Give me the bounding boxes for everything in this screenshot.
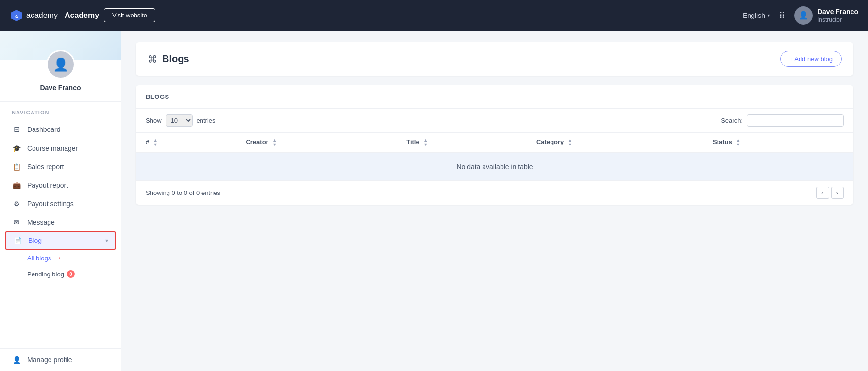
user-info: Dave Franco Instructor [818,7,858,23]
main-content: ⌘ Blogs + Add new blog BLOGS Show 10 25 … [121,31,868,371]
all-blogs-label: All blogs [27,255,51,262]
nav-section-label: NAVIGATION [0,102,121,119]
sidebar-item-sales-report[interactable]: 📋 Sales report [0,158,121,176]
sidebar-item-payout-report[interactable]: 💼 Payout report [0,176,121,194]
chevron-down-icon: ▾ [768,13,770,18]
blogs-table: # ▲▼ Creator ▲▼ Title ▲▼ Category [136,133,853,180]
table-controls: Show 10 25 50 100 entries Search: [136,109,853,133]
col-category-label: Category [536,138,564,145]
page-title-icon: ⌘ [148,53,157,65]
sidebar-profile: 👤 Dave Franco [0,31,121,102]
search-label: Search: [721,117,743,124]
sidebar-subitem-pending-blog[interactable]: Pending blog 0 [27,266,121,282]
blog-icon: 📄 [13,237,22,244]
chevron-down-icon: ▾ [105,237,108,244]
sort-icon: ▲▼ [568,138,572,147]
sidebar-item-course-manager[interactable]: 🎓 Course manager [0,139,121,158]
user-menu[interactable]: 👤 Dave Franco Instructor [794,6,858,25]
blogs-table-container: BLOGS Show 10 25 50 100 entries Search: [136,85,853,205]
payout-settings-icon: ⚙ [12,200,21,208]
language-selector[interactable]: English ▾ [743,12,770,19]
empty-row: No data available in table [136,153,853,180]
avatar: 👤 [794,6,813,25]
empty-message: No data available in table [136,153,853,180]
table-body: No data available in table [136,153,853,180]
sort-icon: ▲▼ [736,138,740,147]
search-box: Search: [721,114,844,127]
sidebar-item-message[interactable]: ✉ Message [0,213,121,231]
sort-icon: ▲▼ [423,138,428,147]
col-hash[interactable]: # ▲▼ [136,133,236,153]
col-status-label: Status [713,138,732,145]
page-header: ⌘ Blogs + Add new blog [136,42,853,76]
col-title-label: Title [406,138,419,145]
sidebar-item-payout-settings[interactable]: ⚙ Payout settings [0,194,121,213]
top-navbar: a academy Academy Visit website English … [0,0,868,31]
sidebar-item-label: Sales report [27,163,109,171]
blog-submenu: All blogs ← Pending blog 0 [0,250,121,282]
manage-profile-icon: 👤 [12,356,21,364]
col-creator-label: Creator [246,138,268,145]
svg-text:a: a [15,13,18,19]
page-title-row: ⌘ Blogs [148,53,189,65]
show-label: Show [146,117,162,124]
sidebar-item-manage-profile[interactable]: 👤 Manage profile [0,351,121,369]
entries-label: entries [197,117,216,124]
navbar-logo: a academy [10,9,58,22]
sidebar-item-dashboard[interactable]: ⊞ Dashboard [0,119,121,139]
page-title: Blogs [162,53,189,65]
table-head: # ▲▼ Creator ▲▼ Title ▲▼ Category [136,133,853,153]
sales-report-icon: 📋 [12,163,21,171]
dashboard-icon: ⊞ [12,125,21,134]
table-footer: Showing 0 to 0 of 0 entries ‹ › [136,180,853,205]
sidebar-item-label: Message [27,218,109,226]
entries-per-page-select[interactable]: 10 25 50 100 [166,114,193,127]
sidebar-avatar: 👤 [46,50,75,79]
pending-blog-label: Pending blog [27,271,64,278]
col-hash-label: # [146,138,149,145]
sidebar: 👤 Dave Franco NAVIGATION ⊞ Dashboard 🎓 C… [0,31,121,371]
message-icon: ✉ [12,218,21,226]
table-section-label: BLOGS [136,85,853,109]
sort-icon: ▲▼ [272,138,277,147]
navbar-brand: a academy Academy Visit website [10,8,155,22]
brand-name: academy [26,11,58,20]
sidebar-item-label: Manage profile [27,356,109,364]
user-role: Instructor [818,16,858,23]
table-footer-text: Showing 0 to 0 of 0 entries [146,189,220,196]
col-creator[interactable]: Creator ▲▼ [236,133,397,153]
col-title[interactable]: Title ▲▼ [397,133,527,153]
arrow-indicator-icon: ← [57,254,65,262]
payout-report-icon: 💼 [12,181,21,189]
search-input[interactable] [747,114,844,127]
sidebar-item-label: Payout settings [27,200,109,208]
sidebar-item-label: Payout report [27,181,109,189]
pagination-prev-button[interactable]: ‹ [816,187,829,199]
main-layout: 👤 Dave Franco NAVIGATION ⊞ Dashboard 🎓 C… [0,31,868,371]
navbar-right: English ▾ ⠿ 👤 Dave Franco Instructor [743,6,858,25]
pagination-next-button[interactable]: › [831,187,844,199]
sidebar-subitem-all-blogs[interactable]: All blogs ← [27,250,121,266]
sidebar-item-label: Course manager [27,145,109,152]
language-label: English [743,12,765,19]
show-entries: Show 10 25 50 100 entries [146,114,216,127]
col-status[interactable]: Status ▲▼ [703,133,853,153]
app-name: Academy [65,11,99,20]
sidebar-item-blog[interactable]: 📄 Blog ▾ [5,231,116,250]
user-name: Dave Franco [818,7,858,16]
col-category[interactable]: Category ▲▼ [527,133,703,153]
add-new-blog-button[interactable]: + Add new blog [780,51,842,67]
sidebar-bottom: 👤 Manage profile [0,348,121,371]
pending-blog-badge: 0 [67,270,75,278]
sidebar-item-label: Dashboard [27,126,109,133]
sidebar-item-label: Blog [28,237,100,244]
sidebar-username: Dave Franco [40,84,81,92]
grid-apps-icon[interactable]: ⠿ [779,10,785,21]
sort-icon: ▲▼ [153,138,158,147]
visit-website-button[interactable]: Visit website [104,8,155,22]
pagination: ‹ › [816,187,844,199]
course-manager-icon: 🎓 [12,145,21,152]
